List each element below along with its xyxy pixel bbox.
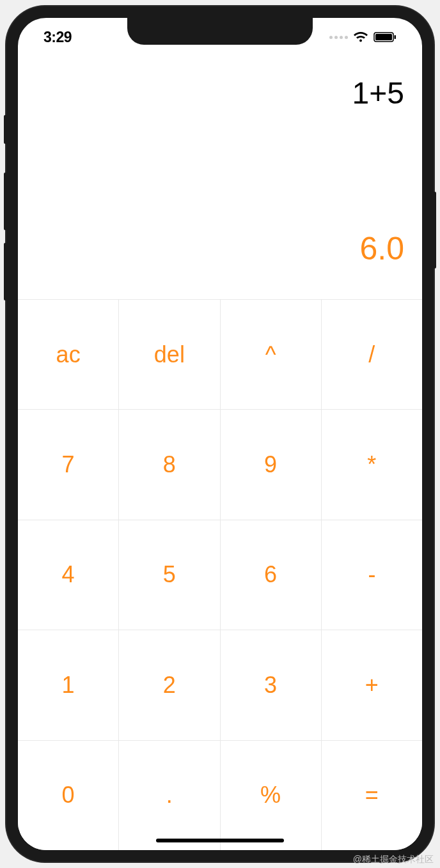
key-3[interactable]: 3 xyxy=(221,630,321,740)
key-ac[interactable]: ac xyxy=(18,300,118,409)
phone-side-button xyxy=(4,173,6,230)
key-add[interactable]: + xyxy=(322,630,422,740)
notch xyxy=(127,18,313,45)
screen: 3:29 1+5 6.0 ac del ^ / 7 8 xyxy=(18,18,422,850)
keypad: ac del ^ / 7 8 9 * 4 5 6 - 1 2 3 + 0 . %… xyxy=(18,299,422,850)
key-divide[interactable]: / xyxy=(322,300,422,409)
phone-side-button xyxy=(4,243,6,300)
key-equals[interactable]: = xyxy=(322,741,422,850)
key-subtract[interactable]: - xyxy=(322,520,422,630)
key-percent[interactable]: % xyxy=(221,741,321,850)
key-decimal[interactable]: . xyxy=(119,741,219,850)
home-indicator[interactable] xyxy=(156,839,284,842)
key-6[interactable]: 6 xyxy=(221,520,321,630)
expression-text: 1+5 xyxy=(31,75,409,111)
key-5[interactable]: 5 xyxy=(119,520,219,630)
key-4[interactable]: 4 xyxy=(18,520,118,630)
key-del[interactable]: del xyxy=(119,300,219,409)
key-8[interactable]: 8 xyxy=(119,410,219,519)
calculator-display: 1+5 6.0 xyxy=(18,56,422,299)
phone-side-button xyxy=(434,192,436,268)
key-7[interactable]: 7 xyxy=(18,410,118,519)
status-indicators xyxy=(329,31,397,43)
cellular-signal-icon xyxy=(329,36,348,39)
watermark: @稀土掘金技术社区 xyxy=(353,854,434,865)
svg-rect-2 xyxy=(395,35,397,39)
result-text: 6.0 xyxy=(31,230,409,267)
key-9[interactable]: 9 xyxy=(221,410,321,519)
svg-rect-1 xyxy=(375,34,392,40)
key-1[interactable]: 1 xyxy=(18,630,118,740)
phone-side-button xyxy=(4,115,6,144)
wifi-icon xyxy=(353,31,368,43)
key-0[interactable]: 0 xyxy=(18,741,118,850)
key-power[interactable]: ^ xyxy=(221,300,321,409)
status-time: 3:29 xyxy=(43,29,72,46)
key-multiply[interactable]: * xyxy=(322,410,422,519)
key-2[interactable]: 2 xyxy=(119,630,219,740)
battery-icon xyxy=(373,31,397,43)
phone-frame: 3:29 1+5 6.0 ac del ^ / 7 8 xyxy=(6,6,434,862)
